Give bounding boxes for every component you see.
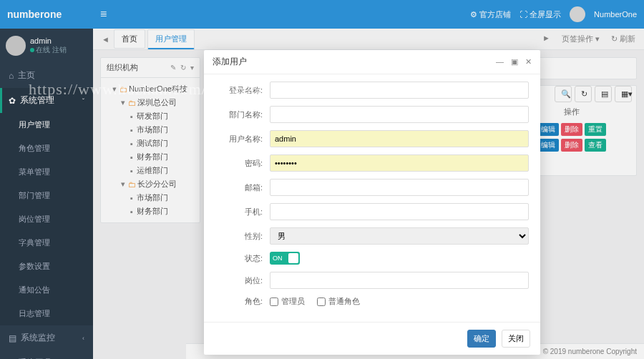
label-dept-name: 部门名称:: [215, 109, 270, 120]
label-sex: 性别:: [215, 231, 270, 242]
phone-input[interactable]: [270, 203, 529, 220]
maximize-icon[interactable]: ▣: [511, 57, 518, 67]
label-post: 岗位:: [215, 275, 270, 286]
label-status: 状态:: [215, 253, 270, 264]
dept-name-input[interactable]: [270, 106, 529, 123]
login-name-input[interactable]: [270, 82, 529, 99]
label-login-name: 登录名称:: [215, 85, 270, 96]
email-input[interactable]: [270, 179, 529, 196]
close-icon[interactable]: ✕: [525, 57, 532, 67]
password-input[interactable]: [270, 154, 529, 172]
label-password: 密码:: [215, 158, 270, 169]
modal-title: 添加用户: [213, 56, 247, 68]
label-email: 邮箱:: [215, 182, 270, 193]
close-button[interactable]: 关闭: [502, 330, 530, 348]
sex-select[interactable]: 男: [270, 227, 529, 245]
label-user-name: 用户名称:: [215, 134, 270, 144]
role-admin-checkbox[interactable]: 管理员: [270, 296, 305, 307]
user-name-input[interactable]: [270, 130, 529, 147]
post-input[interactable]: [270, 272, 529, 289]
add-user-modal: 添加用户 — ▣ ✕ 登录名称: 部门名称: 用户名称: 密码: 邮箱: 手机:…: [204, 50, 540, 355]
label-phone: 手机:: [215, 207, 270, 217]
status-toggle[interactable]: ON: [270, 252, 300, 265]
minimize-icon[interactable]: —: [496, 57, 504, 67]
ok-button[interactable]: 确定: [467, 330, 496, 348]
label-role: 角色:: [215, 296, 270, 307]
role-normal-checkbox[interactable]: 普通角色: [317, 296, 360, 307]
